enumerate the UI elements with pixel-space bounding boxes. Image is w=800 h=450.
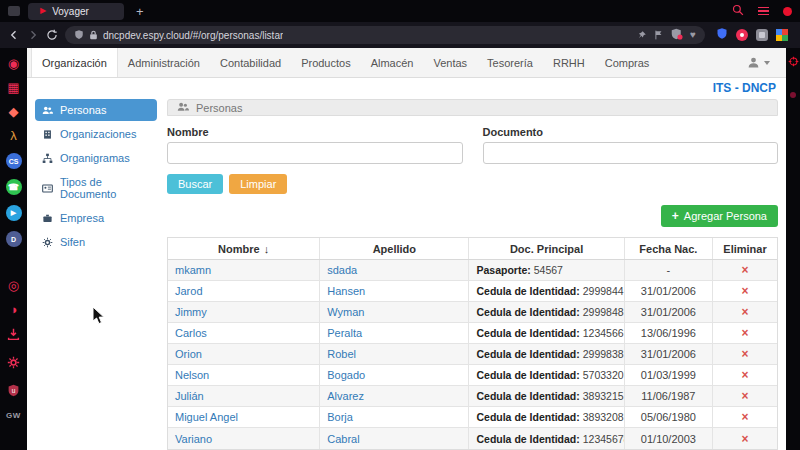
id-card-icon [42,183,53,194]
pin-icon[interactable] [637,26,647,44]
discord-icon[interactable]: D [6,231,22,247]
sidebar-item-organizaciones[interactable]: Organizaciones [35,123,157,145]
person-surname-link[interactable]: Hansen [327,285,365,297]
nav-tesoreria[interactable]: Tesorería [477,48,543,77]
delete-icon[interactable]: × [741,285,748,297]
person-surname-link[interactable]: Bogado [327,369,365,381]
buscar-button[interactable]: Buscar [167,174,223,194]
pink-extension-icon[interactable] [736,29,748,41]
agregar-persona-label: Agregar Persona [684,210,767,222]
agregar-persona-button[interactable]: + Agregar Persona [661,205,778,227]
nav-compras[interactable]: Compras [595,48,660,77]
header-nombre[interactable]: Nombre ↓ [168,238,320,259]
person-surname-link[interactable]: Borja [327,411,353,423]
delete-icon[interactable]: × [741,411,748,423]
documento-input[interactable] [483,142,779,164]
new-tab-button[interactable]: + [136,5,144,18]
nav-administracion[interactable]: Administración [118,48,210,77]
delete-icon[interactable]: × [741,327,748,339]
settings-gear-icon[interactable] [7,355,20,373]
browser-tab[interactable]: ▶ Voyager [28,3,124,20]
sidebar-item-sifen[interactable]: Sifen [35,231,157,253]
screenshot-icon[interactable]: ◉ [8,57,19,71]
sidebar-item-tipos-documento[interactable]: Tipos de Documento [35,171,157,205]
forward-icon[interactable] [27,29,39,41]
blue-shield-extension-icon[interactable] [716,26,728,44]
browser-window: ▶ Voyager + dncpdev. [0,0,800,450]
profile-icon[interactable]: ◑ [10,303,18,317]
person-surname-link[interactable]: sdada [327,264,357,276]
user-menu[interactable] [747,48,786,77]
delete-icon[interactable]: × [741,433,748,445]
search-icon[interactable] [732,2,744,20]
sidebar-item-empresa[interactable]: Empresa [35,207,157,229]
flag-icon[interactable] [654,26,664,44]
personas-table: Nombre ↓ Apellido Doc. Principal Fecha N… [167,237,778,450]
lambda-icon[interactable]: λ [10,129,17,143]
building-icon [42,129,53,140]
limpiar-button[interactable]: Limpiar [229,174,287,194]
table-row: mkamn sdada Pasaporte:54567 - × [168,260,777,281]
nav-organizacion[interactable]: Organización [31,48,118,77]
header-fecha-nac[interactable]: Fecha Nac. [625,238,713,259]
target-icon[interactable] [788,53,799,71]
person-name-link[interactable]: Nelson [175,369,209,381]
person-name-link[interactable]: Miguel Angel [175,411,238,423]
nav-rrhh[interactable]: RRHH [543,48,595,77]
apps-icon[interactable]: ▦ [7,81,19,95]
delete-icon[interactable]: × [741,369,748,381]
url-text[interactable]: dncpdev.espy.cloud/#/org/personas/listar [103,30,283,41]
back-icon[interactable] [8,29,20,41]
timer-icon[interactable]: ◎ [8,279,19,293]
nombre-label: Nombre [167,126,463,138]
nav-almacen[interactable]: Almacén [361,48,424,77]
person-name-link[interactable]: Jimmy [175,306,207,318]
ublock-shield-icon[interactable]: u [7,383,20,401]
person-surname-link[interactable]: Wyman [327,306,364,318]
delete-icon[interactable]: × [741,264,748,276]
table-header-row: Nombre ↓ Apellido Doc. Principal Fecha N… [168,238,777,260]
person-name-link[interactable]: mkamn [175,264,211,276]
table-row: Carlos Peralta Cedula de Identidad:12345… [168,323,777,344]
sidebar-item-label: Organizaciones [60,128,136,140]
person-name-link[interactable]: Orion [175,348,202,360]
heart-icon[interactable]: ♥ [690,30,696,40]
firefox-view-icon[interactable] [8,6,20,16]
puzzle-extension-icon[interactable] [756,29,768,41]
lock-icon [89,26,98,44]
person-name-link[interactable]: Carlos [175,327,207,339]
person-surname-link[interactable]: Robel [327,348,356,360]
sidebar-item-personas[interactable]: Personas [35,99,157,121]
right-strip [786,48,800,450]
delete-icon[interactable]: × [741,390,748,402]
delete-icon[interactable]: × [741,306,748,318]
menu-icon[interactable] [758,7,769,16]
telegram-icon[interactable]: ▶ [6,205,22,221]
address-bar[interactable]: dncpdev.espy.cloud/#/org/personas/listar… [65,26,705,44]
grid-extension-icon[interactable] [776,29,788,41]
reload-icon[interactable] [46,29,58,41]
nav-contabilidad[interactable]: Contabilidad [210,48,291,77]
shield-icon[interactable] [74,26,84,44]
sidebar-item-organigramas[interactable]: Organigramas [35,147,157,169]
person-surname-link[interactable]: Peralta [327,327,362,339]
header-apellido[interactable]: Apellido [320,238,469,259]
tracker-shield-icon[interactable] [671,26,683,44]
person-name-link[interactable]: Variano [175,433,212,445]
counter-strike-icon[interactable]: CS [6,153,22,169]
nav-ventas[interactable]: Ventas [423,48,477,77]
package-icon[interactable]: ◆ [9,105,19,119]
app-navbar: Organización Administración Contabilidad… [27,48,786,78]
nombre-input[interactable] [167,142,463,164]
person-name-link[interactable]: Julián [175,390,204,402]
fecha-nac: 31/01/2006 [625,344,713,364]
person-name-link[interactable]: Jarod [175,285,203,297]
header-doc-principal[interactable]: Doc. Principal [469,238,624,259]
delete-icon[interactable]: × [741,348,748,360]
gw-icon[interactable]: GW [6,411,21,420]
nav-productos[interactable]: Productos [291,48,361,77]
whatsapp-icon[interactable]: ☎ [6,179,22,195]
person-surname-link[interactable]: Cabral [327,433,359,445]
download-icon[interactable] [7,327,20,345]
person-surname-link[interactable]: Alvarez [327,390,364,402]
